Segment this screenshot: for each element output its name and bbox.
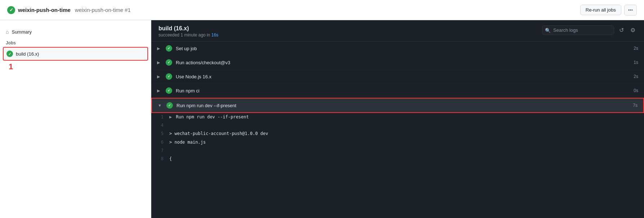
annotation-1: 1 <box>0 61 151 73</box>
search-logs-input[interactable] <box>542 25 614 35</box>
workflow-run: weixin-push-on-time #1 <box>75 7 131 13</box>
line-number: 7 <box>151 147 169 154</box>
line-content: ▶ Run npm run dev --if-present <box>169 114 249 121</box>
refresh-button[interactable]: ↺ <box>618 25 625 35</box>
chevron-right-icon: ▶ <box>157 46 162 51</box>
build-subtitle: succeeded 1 minute ago in 16s <box>158 32 218 38</box>
home-icon: ⌂ <box>6 29 9 35</box>
step-status-icon <box>166 59 172 66</box>
rerun-all-jobs-button[interactable]: Re-run all jobs <box>580 5 621 15</box>
main-layout: ⌂ Summary Jobs build (16.x) 1 build (16.… <box>0 20 644 218</box>
step-name: Run npm run dev --if-present <box>176 103 236 108</box>
step-name: Run npm ci <box>176 88 200 93</box>
search-logs-wrap: 🔍 <box>542 25 614 35</box>
line-content: { <box>169 156 172 162</box>
step-status-icon <box>166 102 173 109</box>
build-duration-link[interactable]: 16s <box>211 32 218 38</box>
line-number: 1 <box>151 114 169 121</box>
sidebar-job-build-16x[interactable]: build (16.x) <box>3 47 148 61</box>
log-line: 7 <box>151 147 644 155</box>
step-npm-run-dev[interactable]: ▼ Run npm run dev --if-present 7s <box>151 98 644 113</box>
chevron-right-icon: ▶ <box>157 74 162 79</box>
step-checkout[interactable]: ▶ Run actions/checkout@v3 1s <box>151 56 644 70</box>
workflow-status-icon <box>7 6 15 14</box>
job-status-success-icon <box>6 51 13 57</box>
step-status-icon <box>166 73 172 80</box>
log-line: 8 { <box>151 155 644 163</box>
header-left: weixin-push-on-time weixin-push-on-time … <box>7 6 131 14</box>
build-subtitle-text: succeeded 1 minute ago in <box>158 32 211 38</box>
build-header-right: 🔍 ↺ ⚙ <box>542 25 637 35</box>
build-header-info: build (16.x) succeeded 1 minute ago in 1… <box>158 25 218 38</box>
line-content: > node main.js <box>169 139 206 146</box>
log-lines: 1 ▶ Run npm run dev --if-present 4 5 > w… <box>151 113 644 163</box>
sidebar: ⌂ Summary Jobs build (16.x) 1 <box>0 20 151 218</box>
line-number: 8 <box>151 156 169 162</box>
summary-label: Summary <box>12 29 32 35</box>
step-status-icon <box>166 87 172 94</box>
jobs-section-label: Jobs <box>0 38 151 47</box>
step-time: 2s <box>634 46 638 51</box>
build-panel: build (16.x) succeeded 1 minute ago in 1… <box>151 20 644 218</box>
step-time: 2s <box>634 74 638 79</box>
step-time: 1s <box>634 60 638 65</box>
header-right: Re-run all jobs ··· <box>580 5 637 16</box>
line-number: 5 <box>151 130 169 137</box>
chevron-down-icon: ▼ <box>158 103 163 108</box>
step-npm-ci[interactable]: ▶ Run npm ci 0s <box>151 84 644 98</box>
top-header: weixin-push-on-time weixin-push-on-time … <box>0 0 644 20</box>
log-line: 1 ▶ Run npm run dev --if-present <box>151 113 644 121</box>
log-line: 4 <box>151 121 644 130</box>
workflow-name: weixin-push-on-time <box>18 7 71 13</box>
step-time: 7s <box>633 103 638 108</box>
job-label: build (16.x) <box>16 51 39 57</box>
log-content: 1 ▶ Run npm run dev --if-present 4 5 > w… <box>151 113 644 218</box>
step-nodejs[interactable]: ▶ Use Node.js 16.x 2s <box>151 70 644 84</box>
build-header: build (16.x) succeeded 1 minute ago in 1… <box>151 20 644 42</box>
step-name: Use Node.js 16.x <box>176 74 211 79</box>
settings-button[interactable]: ⚙ <box>629 25 637 35</box>
steps-list: ▶ Set up job 2s ▶ Run actions/checkout@v… <box>151 42 644 113</box>
step-set-up-job[interactable]: ▶ Set up job 2s <box>151 42 644 56</box>
step-name: Set up job <box>176 46 197 51</box>
build-title: build (16.x) <box>158 25 218 32</box>
step-time: 0s <box>634 88 638 93</box>
chevron-right-icon: ▶ <box>157 88 162 93</box>
step-status-icon <box>166 45 172 52</box>
log-line: 5 > wechat-public-account-push@1.0.0 dev <box>151 130 644 138</box>
sidebar-summary-item[interactable]: ⌂ Summary <box>0 26 151 38</box>
chevron-right-icon: ▶ <box>157 60 162 65</box>
step-name: Run actions/checkout@v3 <box>176 60 230 65</box>
line-number: 6 <box>151 139 169 146</box>
line-content: > wechat-public-account-push@1.0.0 dev <box>169 130 268 137</box>
log-line: 6 > node main.js <box>151 138 644 147</box>
line-number: 4 <box>151 122 169 129</box>
more-options-button[interactable]: ··· <box>624 5 637 16</box>
